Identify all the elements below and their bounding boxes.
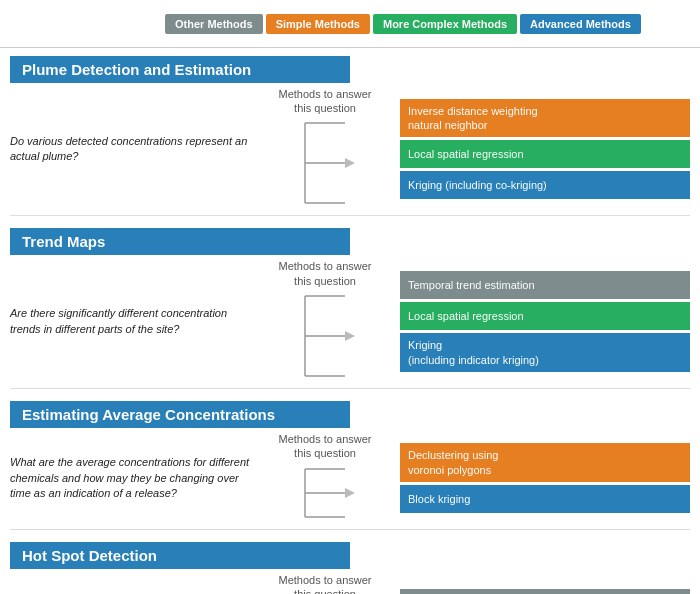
- svg-marker-1: [345, 331, 355, 341]
- arrow-icon-trend: [295, 288, 355, 384]
- section-title-trend: Trend Maps: [10, 228, 350, 255]
- section-divider: [10, 215, 690, 216]
- page-title: [10, 8, 165, 39]
- section-body-avg: What are the average concentrations for …: [10, 432, 690, 525]
- section-title-plume: Plume Detection and Estimation: [10, 56, 350, 83]
- arrow-area-avg: Methods to answer this question: [255, 432, 395, 525]
- method-item: Block kriging: [400, 485, 690, 513]
- category-tabs: Other MethodsSimple MethodsMore Complex …: [165, 14, 641, 34]
- main-content: Plume Detection and EstimationDo various…: [0, 48, 700, 594]
- arrow-text-hotspot: Methods to answer this question: [279, 573, 372, 594]
- methods-list-plume: Inverse distance weighting natural neigh…: [400, 99, 690, 200]
- header-right: Other MethodsSimple MethodsMore Complex …: [165, 8, 641, 34]
- section-question-trend: Are there significantly different concen…: [10, 306, 250, 337]
- section-body-plume: Do various detected concentrations repre…: [10, 87, 690, 212]
- page-header: Other MethodsSimple MethodsMore Complex …: [0, 0, 700, 48]
- arrow-icon-plume: [295, 115, 355, 211]
- arrow-area-plume: Methods to answer this question: [255, 87, 395, 212]
- section-body-hotspot: Are there hot spots of interest at the s…: [10, 573, 690, 594]
- arrow-text-plume: Methods to answer this question: [279, 87, 372, 116]
- method-item: Inverse distance weighting natural neigh…: [400, 99, 690, 138]
- category-tab-advanced[interactable]: Advanced Methods: [520, 14, 641, 34]
- category-tab-simple[interactable]: Simple Methods: [266, 14, 370, 34]
- method-item: Temporal trend estimation: [400, 271, 690, 299]
- category-tab-complex[interactable]: More Complex Methods: [373, 14, 517, 34]
- section-avg: Estimating Average ConcentrationsWhat ar…: [10, 401, 690, 534]
- method-item: Kriging (including co-kriging): [400, 171, 690, 199]
- method-item: Kriging (including indicator kriging): [400, 333, 690, 372]
- section-divider: [10, 529, 690, 530]
- category-tab-other[interactable]: Other Methods: [165, 14, 263, 34]
- method-item: Traditional statistics: [400, 589, 690, 594]
- section-body-trend: Are there significantly different concen…: [10, 259, 690, 384]
- methods-list-hotspot: Traditional statisticsVariograms: [400, 589, 690, 594]
- method-item: Declustering using voronoi polygons: [400, 443, 690, 482]
- method-item: Local spatial regression: [400, 140, 690, 168]
- method-item: Local spatial regression: [400, 302, 690, 330]
- methods-list-avg: Declustering using voronoi polygonsBlock…: [400, 443, 690, 513]
- section-question-plume: Do various detected concentrations repre…: [10, 134, 250, 165]
- methods-list-trend: Temporal trend estimationLocal spatial r…: [400, 271, 690, 372]
- arrow-text-avg: Methods to answer this question: [279, 432, 372, 461]
- arrow-icon-avg: [295, 461, 355, 525]
- arrow-area-trend: Methods to answer this question: [255, 259, 395, 384]
- section-trend: Trend MapsAre there significantly differ…: [10, 228, 690, 393]
- section-question-avg: What are the average concentrations for …: [10, 455, 250, 501]
- arrow-area-hotspot: Methods to answer this question: [255, 573, 395, 594]
- section-title-hotspot: Hot Spot Detection: [10, 542, 350, 569]
- svg-marker-0: [345, 158, 355, 168]
- section-divider: [10, 388, 690, 389]
- arrow-text-trend: Methods to answer this question: [279, 259, 372, 288]
- section-hotspot: Hot Spot DetectionAre there hot spots of…: [10, 542, 690, 594]
- section-plume: Plume Detection and EstimationDo various…: [10, 56, 690, 221]
- svg-marker-2: [345, 488, 355, 498]
- section-title-avg: Estimating Average Concentrations: [10, 401, 350, 428]
